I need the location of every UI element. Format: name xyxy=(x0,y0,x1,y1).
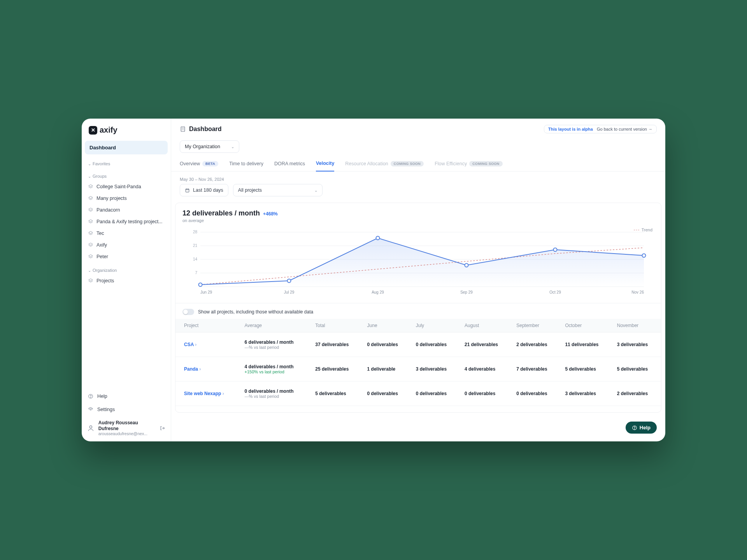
sidebar-item-group[interactable]: Peter xyxy=(82,251,171,262)
project-link[interactable]: Panda xyxy=(184,366,201,372)
user-email: arousseaudufresne@nex... xyxy=(98,431,149,436)
building-icon xyxy=(180,126,186,132)
projects-select[interactable]: All projects ⌄ xyxy=(233,184,323,196)
layers-icon xyxy=(88,196,93,201)
sidebar-item-label: Pandacorn xyxy=(96,207,120,213)
sidebar-section-groups[interactable]: ⌄ Groups xyxy=(82,168,171,181)
svg-point-2 xyxy=(90,409,91,410)
sidebar-item-projects[interactable]: Projects xyxy=(82,275,171,287)
brand-mark-icon: ✕ xyxy=(89,126,97,135)
sidebar-section-organization[interactable]: ⌄ Organization xyxy=(82,262,171,275)
help-fab[interactable]: Help xyxy=(626,422,657,434)
project-link[interactable]: CSA xyxy=(184,342,196,347)
main-content: Dashboard This layout is in alpha Go bac… xyxy=(171,119,665,441)
layers-icon xyxy=(88,231,93,236)
legend-trend: Trend xyxy=(634,228,652,232)
organization-select[interactable]: My Organization ⌄ xyxy=(180,140,239,153)
tab-velocity[interactable]: Velocity xyxy=(316,158,334,172)
table-header: July xyxy=(411,319,460,332)
tab-time-to-delivery[interactable]: Time to delivery xyxy=(229,158,263,171)
sidebar-item-group[interactable]: Many projects xyxy=(82,192,171,204)
page-title: Dashboard xyxy=(180,126,222,133)
layers-icon xyxy=(88,278,93,284)
table-cell: 0 deliverables xyxy=(411,332,460,357)
sidebar-item-group[interactable]: Tec xyxy=(82,228,171,239)
table-cell: 0 deliverables xyxy=(512,382,560,406)
sidebar-item-group[interactable]: Pandacorn xyxy=(82,204,171,216)
average-main: 0 deliverables / month xyxy=(245,388,306,394)
sidebar-item-dashboard[interactable]: Dashboard xyxy=(85,141,168,154)
table-cell: 3 deliverables xyxy=(411,357,460,382)
table-cell: 5 deliverables xyxy=(310,382,362,406)
svg-point-25 xyxy=(554,248,557,252)
sidebar-item-label: Many projects xyxy=(96,196,127,201)
alpha-banner-text: This layout is in alpha xyxy=(548,127,593,131)
table-cell: 25 deliverables xyxy=(310,357,362,382)
table-header: Project xyxy=(175,319,240,332)
table-header: Total xyxy=(310,319,362,332)
svg-text:Aug 29: Aug 29 xyxy=(372,290,384,294)
tab-label: Time to delivery xyxy=(229,161,263,166)
show-all-projects-toggle[interactable] xyxy=(182,309,194,315)
app-window: ✕ axify Dashboard ⌄ Favorites ⌄ Groups C… xyxy=(82,119,665,441)
date-range-select[interactable]: Last 180 days xyxy=(180,184,228,196)
tab-overview[interactable]: OverviewBETA xyxy=(180,158,218,171)
sidebar-item-help[interactable]: Help xyxy=(82,390,171,403)
alpha-banner-goback-link[interactable]: Go back to current version xyxy=(597,127,652,131)
tab-badge: BETA xyxy=(202,161,218,166)
table-cell: 2 deliverables xyxy=(512,332,560,357)
average-main: 6 deliverables / month xyxy=(245,340,306,345)
chevron-down-icon: ⌄ xyxy=(88,162,91,166)
date-range-value: Last 180 days xyxy=(193,187,223,193)
table-header: October xyxy=(560,319,612,332)
tab-label: Resource Allocation xyxy=(345,161,388,166)
svg-rect-5 xyxy=(186,189,189,192)
table-cell: 0 deliverables xyxy=(363,332,411,357)
sidebar-section-favorites[interactable]: ⌄ Favorites xyxy=(82,156,171,168)
avatar-icon xyxy=(87,424,95,432)
table-header: June xyxy=(363,319,411,332)
tab-label: DORA metrics xyxy=(274,161,305,166)
logout-icon[interactable] xyxy=(160,425,165,431)
table-cell: 0 deliverables xyxy=(363,382,411,406)
velocity-card: 12 deliverables / month +468% on average… xyxy=(175,203,661,413)
tab-dora-metrics[interactable]: DORA metrics xyxy=(274,158,305,171)
help-icon xyxy=(632,425,637,430)
sidebar-item-label: Tec xyxy=(96,231,104,236)
svg-point-28 xyxy=(634,429,635,429)
svg-point-1 xyxy=(91,397,91,398)
sidebar-item-label: Panda & Axify testing project... xyxy=(96,219,163,224)
average-sub: ---% vs last period xyxy=(245,345,306,350)
sidebar-item-settings[interactable]: Settings xyxy=(82,403,171,416)
calendar-icon xyxy=(185,188,190,193)
svg-text:7: 7 xyxy=(195,271,197,275)
svg-text:14: 14 xyxy=(193,257,198,261)
sidebar-item-group[interactable]: Panda & Axify testing project... xyxy=(82,216,171,228)
sidebar-item-label: Peter xyxy=(96,254,108,259)
tab-resource-allocation: Resource AllocationCOMING SOON xyxy=(345,158,424,171)
table-cell: 0 deliverables xyxy=(411,382,460,406)
table-header: November xyxy=(612,319,661,332)
sidebar-item-label: Axify xyxy=(96,242,107,248)
table-row: CSA6 deliverables / month---% vs last pe… xyxy=(175,332,661,357)
chevron-down-icon: ⌄ xyxy=(231,145,234,149)
table-row: Site web Nexapp0 deliverables / month---… xyxy=(175,382,661,406)
svg-text:Jun 29: Jun 29 xyxy=(200,290,212,294)
sidebar-item-group[interactable]: Axify xyxy=(82,239,171,251)
table-cell: 1 deliverable xyxy=(363,357,411,382)
projects-table: ProjectAverageTotalJuneJulyAugustSeptemb… xyxy=(175,319,661,406)
trend-line-icon xyxy=(634,230,639,230)
projects-select-value: All projects xyxy=(238,187,262,193)
help-fab-label: Help xyxy=(640,425,651,430)
project-link[interactable]: Site web Nexapp xyxy=(184,391,224,396)
average-cell: 4 deliverables / month+150% vs last peri… xyxy=(240,357,311,382)
sidebar-item-group[interactable]: College Saint-Panda xyxy=(82,181,171,192)
sidebar-organization-label: Organization xyxy=(93,268,117,273)
layers-icon xyxy=(88,219,93,224)
svg-point-24 xyxy=(465,264,468,267)
velocity-chart: 7142128Jun 29Jul 29Aug 29Sep 29Oct 29Nov… xyxy=(182,230,654,296)
help-icon xyxy=(88,394,93,399)
tab-label: Overview xyxy=(180,161,200,166)
sidebar-help-label: Help xyxy=(97,394,107,399)
sidebar-user: Audrey Rousseau Dufresne arousseaudufres… xyxy=(82,416,171,441)
